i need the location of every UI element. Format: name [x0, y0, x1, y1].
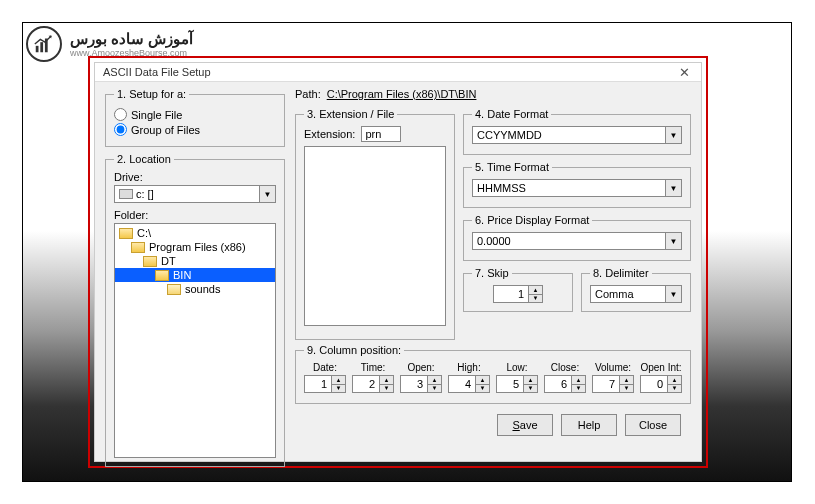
folder-open-icon [143, 256, 157, 267]
close-icon[interactable]: ✕ [675, 63, 693, 81]
column-position-item: High:4▲▼ [448, 362, 490, 393]
spin-down-icon[interactable]: ▼ [668, 385, 681, 393]
spin-down-icon[interactable]: ▼ [476, 385, 489, 393]
logo-icon [26, 26, 62, 62]
spin-down-icon[interactable]: ▼ [428, 385, 441, 393]
help-button[interactable]: Help [561, 414, 617, 436]
radio-single-file[interactable]: Single File [114, 108, 276, 121]
path-label: Path: [295, 88, 321, 100]
brand-title: آموزش ساده بورس [70, 30, 193, 48]
folder-open-icon [155, 270, 169, 281]
column-spinner[interactable]: 6▲▼ [544, 375, 586, 393]
svg-rect-1 [40, 42, 43, 52]
price-format-group: 6. Price Display Format 0.0000 ▼ [463, 214, 691, 261]
setup-for-group: 1. Setup for a: Single File Group of Fil… [105, 88, 285, 147]
folder-open-icon [131, 242, 145, 253]
ascii-setup-dialog: ASCII Data File Setup ✕ 1. Setup for a: … [94, 62, 702, 462]
drive-combo[interactable]: c: [] ▼ [114, 185, 276, 203]
spin-down-icon[interactable]: ▼ [332, 385, 345, 393]
close-button[interactable]: Close [625, 414, 681, 436]
column-spinner[interactable]: 4▲▼ [448, 375, 490, 393]
extension-group: 3. Extension / File Extension: [295, 108, 455, 340]
spin-down-icon[interactable]: ▼ [524, 385, 537, 393]
file-list[interactable] [304, 146, 446, 326]
spin-up-icon[interactable]: ▲ [620, 376, 633, 385]
tree-row[interactable]: sounds [115, 282, 275, 296]
time-format-combo[interactable]: HHMMSS ▼ [472, 179, 682, 197]
tree-row[interactable]: C:\ [115, 226, 275, 240]
chevron-down-icon: ▼ [665, 286, 681, 302]
tree-row[interactable]: DT [115, 254, 275, 268]
skip-spinner[interactable]: 1 ▲▼ [493, 285, 543, 303]
folder-label: Folder: [114, 209, 276, 221]
time-format-group: 5. Time Format HHMMSS ▼ [463, 161, 691, 208]
location-group: 2. Location Drive: c: [] ▼ Folder: C:\Pr… [105, 153, 285, 467]
save-button[interactable]: Save [497, 414, 553, 436]
column-position-item: Open Int:0▲▼ [640, 362, 682, 393]
chevron-down-icon: ▼ [665, 180, 681, 196]
spin-down-icon[interactable]: ▼ [529, 295, 542, 303]
spin-up-icon[interactable]: ▲ [524, 376, 537, 385]
drive-label: Drive: [114, 171, 276, 183]
spin-up-icon[interactable]: ▲ [332, 376, 345, 385]
spin-up-icon[interactable]: ▲ [529, 286, 542, 295]
spin-up-icon[interactable]: ▲ [428, 376, 441, 385]
folder-open-icon [119, 228, 133, 239]
column-spinner[interactable]: 0▲▼ [640, 375, 682, 393]
delimiter-group: 8. Delimiter Comma ▼ [581, 267, 691, 312]
spin-up-icon[interactable]: ▲ [380, 376, 393, 385]
tree-row[interactable]: BIN [115, 268, 275, 282]
drive-icon [119, 189, 133, 199]
date-format-group: 4. Date Format CCYYMMDD ▼ [463, 108, 691, 155]
extension-label: Extension: [304, 128, 355, 140]
skip-group: 7. Skip 1 ▲▼ [463, 267, 573, 312]
column-position-item: Time:2▲▼ [352, 362, 394, 393]
brand-url: www.AmoozesheBourse.com [70, 48, 193, 58]
titlebar: ASCII Data File Setup ✕ [95, 63, 701, 82]
column-spinner[interactable]: 5▲▼ [496, 375, 538, 393]
column-position-item: Open:3▲▼ [400, 362, 442, 393]
path-value: C:\Program Files (x86)\DT\BIN [327, 88, 477, 100]
tree-row[interactable]: Program Files (x86) [115, 240, 275, 254]
radio-group-of-files[interactable]: Group of Files [114, 123, 276, 136]
spin-up-icon[interactable]: ▲ [572, 376, 585, 385]
column-position-group: 9. Column position: Date:1▲▼Time:2▲▼Open… [295, 344, 691, 404]
chevron-down-icon: ▼ [259, 186, 275, 202]
spin-up-icon[interactable]: ▲ [476, 376, 489, 385]
svg-rect-0 [36, 46, 39, 52]
folder-icon [167, 284, 181, 295]
spin-down-icon[interactable]: ▼ [572, 385, 585, 393]
column-position-item: Low:5▲▼ [496, 362, 538, 393]
price-format-combo[interactable]: 0.0000 ▼ [472, 232, 682, 250]
column-position-item: Close:6▲▼ [544, 362, 586, 393]
folder-tree[interactable]: C:\Program Files (x86)DTBINsounds [114, 223, 276, 458]
spin-down-icon[interactable]: ▼ [620, 385, 633, 393]
dialog-title: ASCII Data File Setup [103, 66, 211, 78]
date-format-combo[interactable]: CCYYMMDD ▼ [472, 126, 682, 144]
brand-logo: آموزش ساده بورس www.AmoozesheBourse.com [26, 26, 193, 62]
column-position-item: Date:1▲▼ [304, 362, 346, 393]
column-spinner[interactable]: 3▲▼ [400, 375, 442, 393]
extension-input[interactable] [361, 126, 401, 142]
column-spinner[interactable]: 7▲▼ [592, 375, 634, 393]
delimiter-combo[interactable]: Comma ▼ [590, 285, 682, 303]
spin-up-icon[interactable]: ▲ [668, 376, 681, 385]
chevron-down-icon: ▼ [665, 233, 681, 249]
spin-down-icon[interactable]: ▼ [380, 385, 393, 393]
chevron-down-icon: ▼ [665, 127, 681, 143]
column-spinner[interactable]: 2▲▼ [352, 375, 394, 393]
column-spinner[interactable]: 1▲▼ [304, 375, 346, 393]
column-position-item: Volume:7▲▼ [592, 362, 634, 393]
